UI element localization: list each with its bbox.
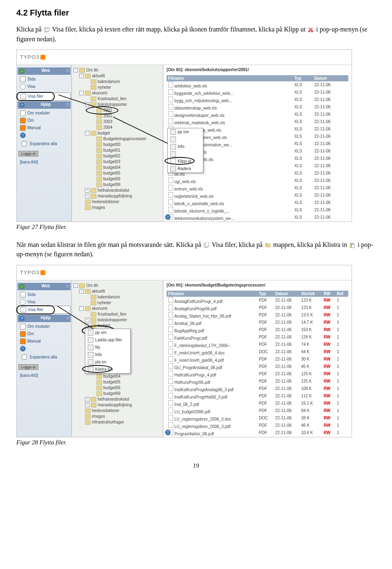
- tree-item[interactable]: budget03: [74, 159, 161, 165]
- nav-section-hjalp[interactable]: ?Hjälp□: [18, 101, 71, 109]
- tree-item[interactable]: −budget: [74, 323, 161, 329]
- table-row[interactable]: reglerteknink_web.xlsXLS22-11-06: [167, 192, 348, 199]
- nav-om[interactable]: Om: [18, 117, 71, 124]
- table-row[interactable]: ogi_web.xlsXLS22-11-06: [167, 177, 348, 184]
- table-row[interactable]: bygg_och_miljoteknologi_web...XLS22-11-0…: [167, 96, 348, 103]
- col-header[interactable]: Typ: [257, 291, 274, 297]
- nav-om-moduler[interactable]: Om moduler: [18, 110, 71, 117]
- table-row[interactable]: arkitektur_web.xlsXLS22-11-06: [167, 81, 348, 89]
- nav-help-q[interactable]: ?: [18, 132, 71, 139]
- ctx-item[interactable]: Klistra in i: [85, 366, 130, 373]
- help-icon-bottom[interactable]: ?: [165, 214, 171, 220]
- tree-item[interactable]: budget05: [74, 170, 161, 176]
- nav-sida[interactable]: Sida: [18, 291, 71, 298]
- table-row[interactable]: elektrisk_matteknik_web.xlsXLS22-11-06: [167, 118, 348, 125]
- table-row[interactable]: designvetenskaper_web.xlsXLS22-11-06: [167, 111, 348, 118]
- table-row[interactable]: F_reskrUnivH_gsk06_4.pdfPDF22-11-0630 KR…: [167, 356, 348, 363]
- tree-item[interactable]: −ekonomi: [74, 90, 161, 96]
- nav-om-moduler[interactable]: Om moduler: [18, 323, 71, 330]
- ctx-item[interactable]: Info: [168, 143, 203, 150]
- tree-item[interactable]: 2003: [74, 119, 161, 125]
- ctx-item[interactable]: [168, 136, 203, 143]
- table-row[interactable]: HstKstKursProgr_4.pdfPDF22-11-06125 KRW1: [167, 370, 348, 378]
- table-row[interactable]: LU_regleringsbrev_2006_3.pdfPDF22-11-064…: [167, 422, 348, 429]
- table-row[interactable]: F_reskrUnivH_gsk06_4.docDOC22-11-0644 KR…: [167, 348, 348, 356]
- tree-item[interactable]: budget00: [74, 142, 161, 148]
- tree-item[interactable]: budget99: [74, 391, 161, 397]
- tree-item[interactable]: nyheter: [74, 300, 161, 306]
- tree-item[interactable]: budget06: [74, 385, 161, 391]
- table-row[interactable]: Inst_06_2.pdfPDF22-11-0615.1 KRW1: [167, 400, 348, 407]
- tree-item[interactable]: kalendarium: [74, 79, 161, 85]
- nav-visa-filer[interactable]: Visa filer: [18, 306, 71, 314]
- logout-button[interactable]: Logga ut: [18, 151, 38, 157]
- tree-item[interactable]: −ekonomi: [74, 306, 161, 311]
- tree-item[interactable]: budget05: [74, 379, 161, 385]
- nav-visa[interactable]: Visa: [18, 83, 71, 90]
- ctx-item[interactable]: Ny: [85, 344, 130, 351]
- ctx-item[interactable]: pp om: [168, 128, 203, 136]
- table-row[interactable]: Progr_06_2.pdfPDF22-11-0616.5 KRW1: [167, 437, 348, 437]
- tree-item[interactable]: +helhalvarsbokslut: [74, 188, 161, 193]
- tree-item[interactable]: −bokslutrapporter: [74, 102, 161, 108]
- nav-section-web[interactable]: Web□: [18, 67, 71, 75]
- tree-item[interactable]: 2004: [74, 125, 161, 130]
- nav-section-web[interactable]: Web□: [18, 283, 71, 290]
- tree-item[interactable]: hedersdoktorer: [74, 199, 161, 205]
- nav-visa[interactable]: Visa: [18, 298, 71, 306]
- nav-manual[interactable]: Manual: [18, 338, 71, 345]
- folder-tree[interactable]: −Om lth+aktuelltkalendariumnyheter−ekono…: [72, 280, 163, 437]
- tree-item[interactable]: budget01: [74, 148, 161, 153]
- tree-root[interactable]: −Om lth: [74, 67, 161, 73]
- tree-item[interactable]: budget02: [74, 153, 161, 159]
- tree-item[interactable]: nyheter: [74, 85, 161, 90]
- col-header[interactable]: Ref: [335, 291, 348, 297]
- tree-item[interactable]: kalendarium: [74, 294, 161, 300]
- nav-expand-all[interactable]: Expandera alla: [18, 139, 71, 148]
- ctx-item[interactable]: [168, 150, 203, 158]
- table-row[interactable]: LU_budget2006.pdfPDF22-11-0684 KRW1: [167, 407, 348, 414]
- col-header[interactable]: Filnamn: [167, 291, 257, 297]
- col-header[interactable]: Datum: [313, 75, 348, 81]
- table-row[interactable]: F_rdelningsbeslut_LTH_2006~.PDF22-11-067…: [167, 341, 348, 348]
- tree-item[interactable]: +aktuellt: [74, 73, 161, 79]
- col-header[interactable]: Datum: [274, 291, 299, 297]
- tree-item[interactable]: Kostnadsst_llen: [74, 96, 161, 102]
- tree-item[interactable]: infrastrukturfragor: [74, 419, 161, 425]
- ctx-item[interactable]: Ladda upp filer: [85, 336, 130, 344]
- ctx-item[interactable]: Radera: [168, 165, 203, 172]
- col-header[interactable]: RW: [322, 291, 335, 297]
- table-row[interactable]: teknik_o_samhalle_web.xlsXLS22-11-06: [167, 199, 348, 206]
- tree-item[interactable]: +manadsuppfoljning: [74, 193, 161, 199]
- table-row[interactable]: HstKursProgr06.pdfPDF22-11-06125 KRW1: [167, 378, 348, 385]
- col-header[interactable]: Storlek: [299, 291, 322, 297]
- tree-item[interactable]: +helhalvarsbokslut: [74, 397, 161, 402]
- nav-sida[interactable]: Sida: [18, 76, 71, 83]
- nav-help-q[interactable]: ?: [18, 345, 71, 352]
- table-row[interactable]: Anslkat_06.pdfPDF22-11-0614.7 KRW1: [167, 319, 348, 326]
- tree-item[interactable]: Kostnadsst_llen: [74, 311, 161, 317]
- table-row[interactable]: Programfaktor_06.pdfPDF22-11-0610.6 KRW1: [167, 429, 348, 437]
- tree-root[interactable]: −Om lth: [74, 283, 161, 289]
- col-header[interactable]: Typ: [293, 75, 313, 81]
- table-row[interactable]: varme_och_kraftteknik_web.xlsXLS22-11-06: [167, 221, 348, 222]
- col-header[interactable]: Filnamn: [167, 75, 293, 81]
- context-menu[interactable]: pp omInfoKlipp utRadera: [167, 128, 203, 173]
- ctx-item[interactable]: Klipp ut: [168, 158, 203, 165]
- nav-visa-filer[interactable]: Visa filer: [18, 92, 71, 101]
- tree-item[interactable]: 2002: [74, 113, 161, 119]
- tree-item[interactable]: Budgeteringsprocessen: [74, 136, 161, 142]
- tree-item[interactable]: hedersdoktorer: [74, 408, 161, 414]
- help-icon-bottom[interactable]: ?: [165, 430, 171, 435]
- expand-checkbox[interactable]: [22, 354, 27, 360]
- ctx-item[interactable]: pp om: [85, 329, 130, 336]
- tree-item[interactable]: +aktuellt: [74, 289, 161, 294]
- table-row[interactable]: AnslagKursProgr06.pdfPDF22-11-06123 KRW1: [167, 304, 348, 311]
- table-row[interactable]: teknisk_ekonomi_o_logistik_...XLS22-11-0…: [167, 206, 348, 214]
- tree-item[interactable]: budget04: [74, 374, 161, 379]
- ctx-item[interactable]: pla en: [85, 358, 130, 366]
- table-row[interactable]: datavetenskap_web.xlsXLS22-11-06: [167, 103, 348, 111]
- expand-checkbox[interactable]: [22, 141, 27, 146]
- nav-expand-all[interactable]: Expandera alla: [18, 352, 71, 362]
- table-row[interactable]: GU_ProgrAnslakat_06.pdfPDF22-11-0645 KRW…: [167, 363, 348, 370]
